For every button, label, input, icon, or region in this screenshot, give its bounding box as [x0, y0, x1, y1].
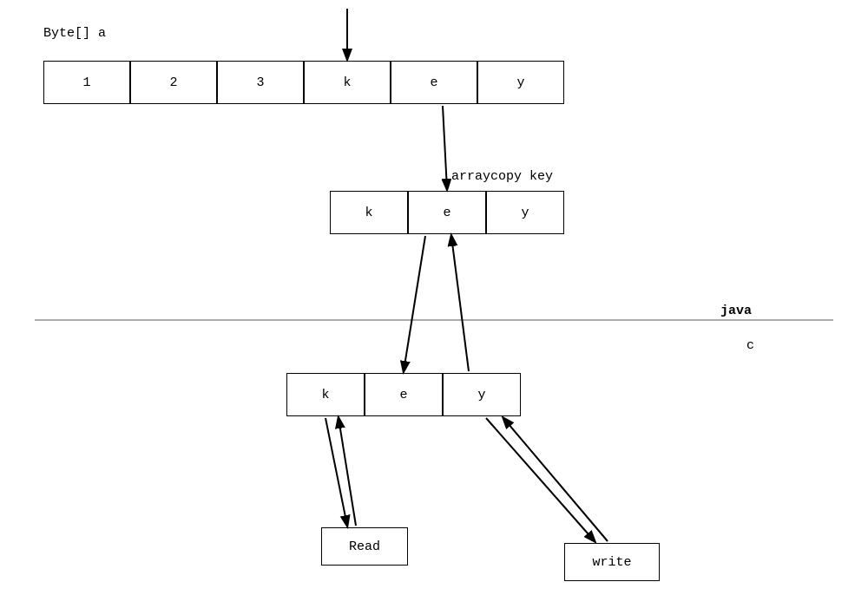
mid-array: k e y	[330, 191, 564, 234]
top-cell-5: y	[477, 61, 564, 104]
diagram-container: Byte[] a arraycopy key java c 1 2 3 k e …	[0, 0, 868, 595]
arrow-top-to-mid	[443, 106, 447, 189]
java-label: java	[720, 304, 752, 318]
top-array: 1 2 3 k e y	[43, 61, 564, 104]
arrow-bot-to-write	[486, 418, 595, 541]
c-label: c	[746, 338, 754, 353]
write-box: write	[564, 543, 660, 581]
bot-cell-0: k	[286, 373, 365, 416]
arrow-bot-to-read	[326, 418, 347, 526]
arraycopy-key-label: arraycopy key	[451, 169, 553, 184]
bot-array: k e y	[286, 373, 521, 416]
top-cell-3: k	[304, 61, 391, 104]
read-box: Read	[321, 527, 408, 566]
mid-cell-1: e	[408, 191, 486, 234]
byte-array-label: Byte[] a	[43, 26, 106, 41]
mid-cell-0: k	[330, 191, 408, 234]
arrow-read-to-bot	[339, 418, 356, 526]
java-c-divider	[35, 319, 833, 321]
bot-cell-1: e	[365, 373, 443, 416]
arrow-write-to-bot	[503, 418, 608, 541]
top-cell-4: e	[391, 61, 477, 104]
arrow-mid-to-bot	[404, 236, 425, 371]
top-cell-1: 2	[130, 61, 217, 104]
bot-cell-2: y	[443, 373, 521, 416]
mid-cell-2: y	[486, 191, 564, 234]
top-cell-2: 3	[217, 61, 304, 104]
arrow-bot-to-mid	[451, 236, 469, 371]
top-cell-0: 1	[43, 61, 130, 104]
